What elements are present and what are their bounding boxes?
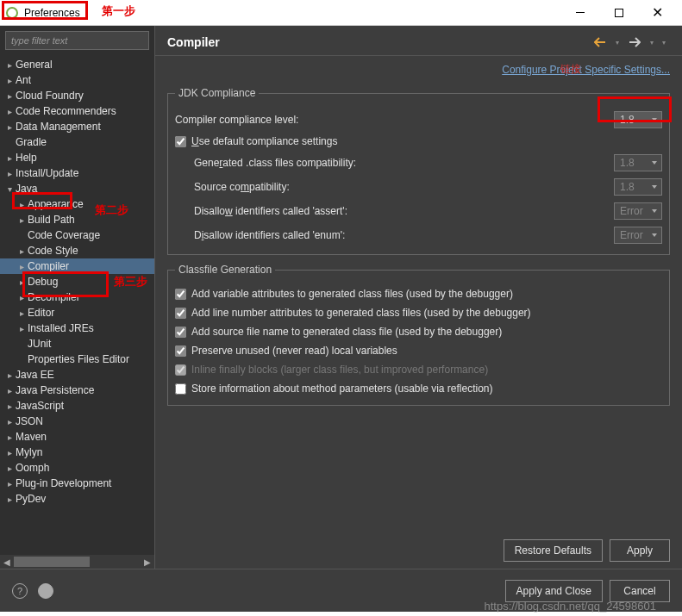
nav-back-button[interactable] <box>591 34 610 50</box>
expand-arrow-icon[interactable]: ▸ <box>16 200 28 209</box>
titlebar: Preferences ✕ <box>0 0 682 26</box>
tree-item-help[interactable]: ▸Help <box>0 150 154 165</box>
scroll-left-icon[interactable]: ◀ <box>0 557 14 567</box>
tree-item-pydev[interactable]: ▸PyDev <box>0 491 154 507</box>
expand-arrow-icon[interactable]: ▸ <box>3 370 16 380</box>
expand-arrow-icon[interactable]: ▸ <box>3 91 16 101</box>
tree-item-label: Java <box>16 183 37 195</box>
tree-item-label: Properties Files Editor <box>28 353 129 365</box>
tree-item-plug-in-development[interactable]: ▸Plug-in Development <box>0 476 154 491</box>
expand-arrow-icon[interactable]: ▸ <box>3 386 16 395</box>
view-menu-dropdown[interactable]: ▾ <box>660 34 668 50</box>
project-settings-link[interactable]: Configure Project Specific Settings... <box>502 64 670 76</box>
tree-item-label: Appearance <box>28 198 84 210</box>
tree-item-json[interactable]: ▸JSON <box>0 414 154 429</box>
expand-arrow-icon[interactable]: ▸ <box>3 432 16 442</box>
expand-arrow-icon[interactable]: ▸ <box>3 479 16 488</box>
nav-forward-dropdown[interactable]: ▾ <box>648 34 656 50</box>
apply-button[interactable]: Apply <box>610 539 670 562</box>
expand-arrow-icon[interactable]: ▸ <box>3 169 16 178</box>
tree-item-ant[interactable]: ▸Ant <box>0 72 154 88</box>
page-title: Compiler <box>167 35 220 49</box>
classfile-option-label: Add variable attributes to generated cla… <box>191 288 513 300</box>
tree-item-label: Mylyn <box>16 446 42 458</box>
tree-item-label: General <box>16 59 53 71</box>
tree-item-maven[interactable]: ▸Maven <box>0 429 154 445</box>
tree-item-code-recommenders[interactable]: ▸Code Recommenders <box>0 103 154 119</box>
use-default-checkbox[interactable] <box>175 136 186 147</box>
expand-arrow-icon[interactable]: ▸ <box>3 153 16 163</box>
tree-item-data-management[interactable]: ▸Data Management <box>0 119 154 134</box>
expand-arrow-icon[interactable]: ▸ <box>16 277 28 287</box>
expand-arrow-icon[interactable]: ▸ <box>3 417 16 426</box>
classfile-checkbox-2[interactable] <box>175 327 186 338</box>
tree-item-label: Install/Update <box>16 167 78 179</box>
horizontal-scrollbar[interactable]: ◀ ▶ <box>0 555 154 569</box>
expand-arrow-icon[interactable]: ▸ <box>3 495 16 504</box>
tree-item-label: Cloud Foundry <box>16 90 84 102</box>
maximize-button[interactable] <box>599 1 638 25</box>
expand-arrow-icon[interactable]: ▸ <box>3 464 16 473</box>
classfile-checkbox-5[interactable] <box>175 383 186 395</box>
tree-item-junit[interactable]: JUnit <box>0 336 154 352</box>
tree-item-build-path[interactable]: ▸Build Path <box>0 212 154 227</box>
nav-forward-button[interactable] <box>625 34 644 50</box>
jdk-legend: JDK Compliance <box>175 87 259 99</box>
tree-item-install-update[interactable]: ▸Install/Update <box>0 165 154 181</box>
footer: ? Apply and Close Cancel <box>0 569 682 612</box>
tree-item-gradle[interactable]: Gradle <box>0 134 154 150</box>
tree-item-editor[interactable]: ▸Editor <box>0 305 154 320</box>
tree-item-properties-files-editor[interactable]: Properties Files Editor <box>0 352 154 367</box>
minimize-button[interactable] <box>560 1 599 25</box>
tree-item-appearance[interactable]: ▸Appearance <box>0 196 154 212</box>
scroll-right-icon[interactable]: ▶ <box>141 557 154 567</box>
preferences-tree[interactable]: ▸General▸Ant▸Cloud Foundry▸Code Recommen… <box>0 55 154 555</box>
tree-item-code-coverage[interactable]: Code Coverage <box>0 227 154 243</box>
tree-item-javascript[interactable]: ▸JavaScript <box>0 398 154 414</box>
expand-arrow-icon[interactable]: ▸ <box>16 324 28 333</box>
tree-item-installed-jres[interactable]: ▸Installed JREs <box>0 320 154 336</box>
classfile-checkbox-1[interactable] <box>175 308 186 319</box>
tree-item-java-ee[interactable]: ▸Java EE <box>0 367 154 383</box>
tree-item-label: Java Persistence <box>16 384 94 396</box>
tree-item-label: Code Coverage <box>28 229 100 241</box>
compliance-level-select[interactable]: 1.8 <box>614 111 662 128</box>
expand-arrow-icon[interactable]: ▸ <box>3 122 16 132</box>
assert-select: Error <box>614 202 662 220</box>
expand-arrow-icon[interactable]: ▸ <box>16 215 28 225</box>
expand-arrow-icon[interactable]: ▸ <box>16 246 28 256</box>
tree-item-oomph[interactable]: ▸Oomph <box>0 460 154 476</box>
tree-item-label: Debug <box>28 276 58 288</box>
expand-arrow-icon[interactable]: ▸ <box>3 448 16 457</box>
apply-and-close-button[interactable]: Apply and Close <box>505 580 603 602</box>
expand-arrow-icon[interactable]: ▸ <box>16 308 28 318</box>
tree-item-decompiler[interactable]: ▸Decompiler <box>0 289 154 305</box>
tree-item-compiler[interactable]: ▸Compiler <box>0 258 154 274</box>
gen-class-label: Generated .class files compatibility: <box>194 157 614 169</box>
classfile-checkbox-3[interactable] <box>175 345 186 357</box>
tree-item-general[interactable]: ▸General <box>0 57 154 72</box>
expand-arrow-icon[interactable]: ▸ <box>3 107 16 116</box>
tree-item-java[interactable]: ▾Java <box>0 181 154 196</box>
expand-arrow-icon[interactable]: ▸ <box>16 293 28 302</box>
expand-arrow-icon[interactable]: ▸ <box>16 262 28 271</box>
expand-arrow-icon[interactable]: ▸ <box>3 76 16 85</box>
close-button[interactable]: ✕ <box>638 1 677 25</box>
expand-arrow-icon[interactable]: ▸ <box>3 60 16 70</box>
classfile-checkbox-0[interactable] <box>175 289 186 300</box>
expand-arrow-icon[interactable]: ▸ <box>3 401 16 411</box>
tree-item-debug[interactable]: ▸Debug <box>0 274 154 289</box>
expand-arrow-icon[interactable]: ▾ <box>3 184 16 194</box>
help-icon[interactable]: ? <box>12 583 28 599</box>
cancel-button[interactable]: Cancel <box>610 580 670 602</box>
filter-input[interactable]: type filter text <box>5 31 149 50</box>
import-export-icon[interactable] <box>38 583 53 599</box>
tree-item-mylyn[interactable]: ▸Mylyn <box>0 445 154 460</box>
tree-item-java-persistence[interactable]: ▸Java Persistence <box>0 383 154 398</box>
nav-back-dropdown[interactable]: ▾ <box>613 34 622 50</box>
assert-label: Disallow identifiers called 'assert': <box>194 205 614 217</box>
tree-item-code-style[interactable]: ▸Code Style <box>0 243 154 258</box>
tree-item-cloud-foundry[interactable]: ▸Cloud Foundry <box>0 88 154 103</box>
restore-defaults-button[interactable]: Restore Defaults <box>504 539 603 562</box>
tree-item-label: Installed JREs <box>28 322 94 334</box>
